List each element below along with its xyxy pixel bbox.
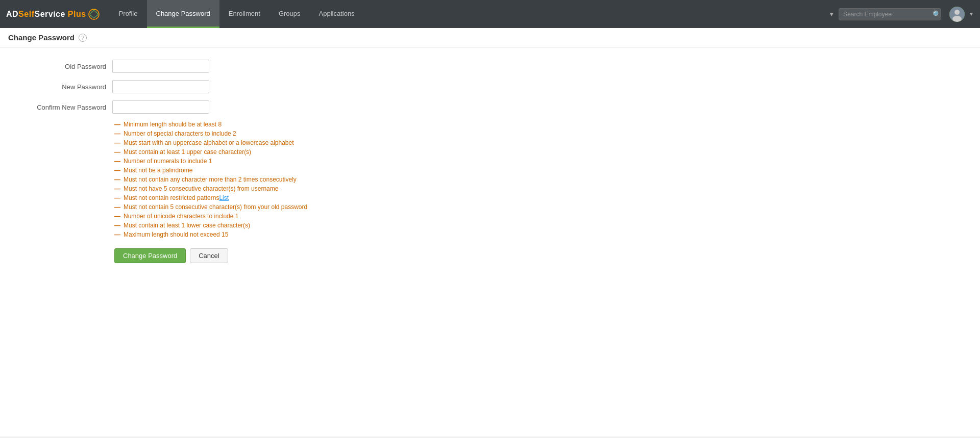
help-icon[interactable]: ?: [79, 34, 87, 42]
rule-item: —Number of special characters to include…: [114, 130, 980, 137]
search-input[interactable]: [839, 8, 941, 20]
rule-item: —Must not contain restricted patternsLis…: [114, 194, 980, 201]
brand-icon: [88, 9, 100, 20]
rule-item: —Number of unicode characters to include…: [114, 213, 980, 220]
rule-item: —Must not contain any character more tha…: [114, 176, 980, 183]
svg-point-3: [952, 16, 962, 22]
confirm-password-group: Confirm New Password: [0, 100, 980, 114]
tab-profile[interactable]: Profile: [110, 0, 147, 28]
old-password-group: Old Password: [0, 60, 980, 73]
avatar[interactable]: [949, 7, 965, 22]
avatar-caret[interactable]: ▼: [969, 11, 974, 17]
page-title: Change Password: [8, 33, 75, 42]
main-content: Old Password New Password Confirm New Pa…: [0, 47, 980, 436]
new-password-label: New Password: [31, 83, 112, 91]
tab-change-password[interactable]: Change Password: [147, 0, 219, 28]
navbar: ADSelfService Plus Profile Change Passwo…: [0, 0, 980, 28]
brand-name: ADSelfService Plus: [6, 10, 86, 19]
new-password-input[interactable]: [112, 80, 209, 93]
rule-item: —Must contain at least 1 upper case char…: [114, 148, 980, 156]
rule-item: —Must not be a palindrome: [114, 167, 980, 174]
rule-item: —Must contain at least 1 lower case char…: [114, 222, 980, 229]
buttons-section: Change Password Cancel: [0, 248, 980, 263]
rule-item: —Must not contain 5 consecutive characte…: [114, 203, 980, 211]
old-password-label: Old Password: [31, 63, 112, 70]
old-password-input[interactable]: [112, 60, 209, 73]
rule-item: —Minimum length should be at least 8: [114, 121, 980, 128]
search-area: ▼ 🔍 ▼: [828, 7, 974, 22]
page-title-bar: Change Password ?: [0, 28, 980, 47]
brand-logo-area: ADSelfService Plus: [6, 9, 100, 20]
change-password-button[interactable]: Change Password: [114, 248, 186, 263]
confirm-password-input[interactable]: [112, 100, 209, 114]
new-password-group: New Password: [0, 80, 980, 93]
rule-item: —Must not have 5 consecutive character(s…: [114, 185, 980, 192]
svg-point-0: [89, 9, 99, 19]
search-dropdown[interactable]: ▼: [828, 11, 835, 18]
tab-applications[interactable]: Applications: [310, 0, 364, 28]
tab-bar: Profile Change Password Enrollment Group…: [110, 0, 364, 28]
rule-item: —Must start with an uppercase alphabet o…: [114, 139, 980, 146]
confirm-password-label: Confirm New Password: [31, 104, 112, 111]
cancel-button[interactable]: Cancel: [190, 248, 228, 263]
tab-groups[interactable]: Groups: [270, 0, 310, 28]
password-rules: —Minimum length should be at least 8—Num…: [0, 121, 980, 238]
search-button[interactable]: 🔍: [933, 10, 941, 18]
svg-point-2: [954, 10, 960, 15]
rule-item: —Maximum length should not exceed 15: [114, 231, 980, 238]
tab-enrollment[interactable]: Enrollment: [219, 0, 270, 28]
restricted-patterns-link[interactable]: List: [219, 194, 229, 201]
rule-item: —Number of numerals to include 1: [114, 158, 980, 165]
